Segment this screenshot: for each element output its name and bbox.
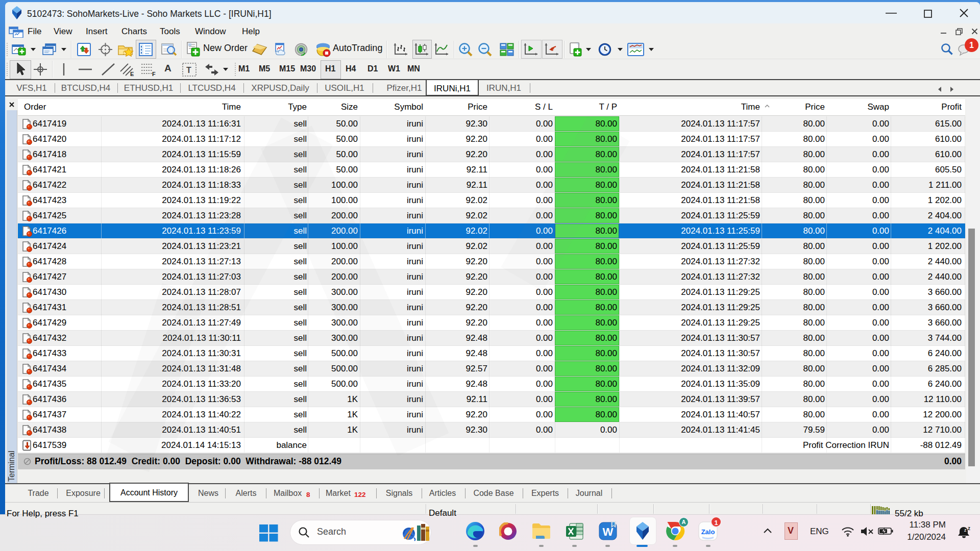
svg-text:z: z [968,525,970,531]
svg-text:T: T [186,66,191,74]
svg-text:F: F [152,71,156,77]
svg-text:E: E [130,71,134,77]
svg-text:Z: Z [964,529,967,532]
svg-text:Zalo: Zalo [701,528,715,536]
